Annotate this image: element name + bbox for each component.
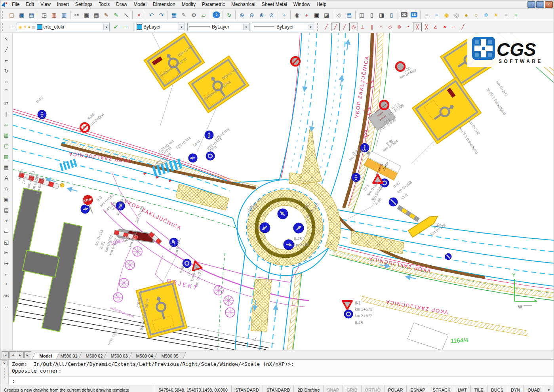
settings-button[interactable]: ⚙ — [189, 10, 199, 20]
dim-style-field[interactable]: STANDARD — [263, 385, 294, 392]
circle-tool-button[interactable]: ○ — [2, 77, 11, 86]
snap-perpendicular-button[interactable]: ⊥ — [358, 23, 367, 31]
sign-end-restriction[interactable] — [445, 253, 451, 260]
boundary-tool-button[interactable]: ▢ — [2, 141, 11, 150]
snap-tangent-button[interactable]: ○ — [377, 23, 385, 31]
layer-bulb-icon[interactable]: ◉ — [19, 25, 23, 29]
print-button[interactable]: ▥ — [49, 10, 59, 20]
layer-state-ok-button[interactable]: ✔ — [111, 22, 121, 32]
pointer-tool-button[interactable]: ↖ — [2, 34, 11, 44]
tab-last-button[interactable]: ►| — [24, 351, 31, 358]
chevron-down-icon[interactable]: ▼ — [179, 24, 184, 30]
sign-roundabout[interactable] — [344, 310, 353, 318]
snap-nearest-button[interactable]: ╱ — [322, 23, 331, 31]
menu-model[interactable]: Model — [130, 1, 150, 8]
toggle-polar[interactable]: POLAR — [385, 385, 407, 392]
snap-from-button[interactable]: ⌐ — [449, 23, 458, 31]
toggle-ducs[interactable]: DUCS — [487, 385, 507, 392]
command-input[interactable]: : — [9, 377, 554, 385]
arc-tool-button[interactable]: ⌒ — [2, 88, 11, 97]
tab-first-button[interactable]: |◄ — [2, 351, 9, 358]
sign-no-stopping[interactable] — [291, 57, 300, 66]
render-button[interactable]: ◪ — [322, 10, 331, 20]
fillet-tool-button[interactable]: ⌐ — [2, 269, 11, 279]
sign-pedestrian[interactable] — [205, 131, 213, 139]
layer-combo[interactable]: ◉☀●▤ crte_otoki ▼ — [17, 23, 110, 31]
snap-endpoint-button[interactable]: ╱ — [331, 23, 340, 31]
layer-freeze-button[interactable]: ❄ — [481, 10, 491, 20]
toggle-ortho[interactable]: ORTHO — [362, 385, 385, 392]
toggle-dyn[interactable]: DYN — [507, 385, 524, 392]
layer-sun-icon[interactable]: ☀ — [23, 25, 27, 29]
layer-isolate-button[interactable]: ≡ — [501, 10, 511, 20]
tree[interactable] — [225, 308, 235, 317]
view-save-button[interactable]: ▤ — [344, 10, 354, 20]
layer-off-button[interactable]: ◎ — [451, 10, 461, 20]
snap-extension-button[interactable]: ∠ — [431, 23, 440, 31]
snap-intersection-button[interactable]: ⊗ — [395, 23, 404, 31]
menu-dimension[interactable]: Dimension — [150, 1, 179, 8]
snap-tracking-button[interactable]: ╱ — [459, 23, 467, 31]
help-button[interactable]: ? — [211, 10, 221, 20]
layer-print-icon[interactable]: ▤ — [31, 25, 35, 29]
menu-window[interactable]: Window — [290, 1, 314, 8]
toggle-tile[interactable]: TILE — [471, 385, 487, 392]
sign-no-traffic[interactable] — [80, 123, 89, 132]
layers-manager-button[interactable]: ≡ — [422, 10, 432, 20]
minimize-button[interactable]: – — [527, 1, 535, 8]
color-combo[interactable]: ByLayer ▼ — [135, 23, 185, 31]
chevron-down-icon[interactable]: ▼ — [243, 24, 249, 30]
scale-tool-button[interactable]: ◱ — [2, 237, 11, 247]
layers-manager-button[interactable]: ≡ — [7, 22, 17, 32]
new-layout-button[interactable]: ▯ — [367, 10, 377, 20]
toolbar-grip[interactable] — [2, 11, 5, 19]
toggle-lwt[interactable]: LWT — [454, 385, 470, 392]
sign-pedestrian[interactable] — [38, 110, 46, 119]
layer-state-new-button[interactable]: ≡ — [121, 22, 131, 32]
copy-tool-button[interactable]: ▣ — [2, 194, 11, 204]
snap-parallel-button[interactable]: ∥ — [367, 23, 376, 31]
snap-apparent-int-button[interactable]: ╳ — [422, 23, 431, 31]
chevron-down-icon[interactable]: ▼ — [103, 24, 109, 30]
menu-mechanical[interactable]: Mechanical — [228, 1, 259, 8]
property-painter-button[interactable]: ✎ — [111, 10, 121, 20]
tree[interactable] — [125, 260, 135, 270]
panel-grip[interactable] — [4, 368, 5, 378]
sign-yield[interactable] — [343, 301, 352, 309]
viewports-button[interactable]: ◫ — [357, 10, 367, 20]
sign-pedestrian[interactable] — [352, 173, 360, 182]
menu-file[interactable]: File — [9, 1, 23, 8]
linetype-combo[interactable]: ByLayer ▼ — [187, 23, 249, 31]
text-style-field[interactable]: STANDARD — [232, 385, 263, 392]
menu-tools[interactable]: Tools — [95, 1, 113, 8]
snap-midpoint-button[interactable]: ╱ — [340, 23, 349, 31]
toggle-quad[interactable]: QUAD — [524, 385, 544, 392]
box-3d-button[interactable]: ◇ — [334, 10, 344, 20]
regen-button[interactable]: ↻ — [224, 10, 234, 20]
mode-3d-button[interactable]: 3D — [409, 10, 419, 20]
layer-unlock-button[interactable]: ○ — [471, 10, 481, 20]
mode-2d-button[interactable]: 2D — [399, 10, 409, 20]
snap-disable-button[interactable]: ╳ — [413, 23, 422, 31]
erase-button[interactable]: × — [134, 10, 144, 20]
close-icon[interactable]: ✕ — [2, 360, 8, 366]
sign-end-restriction[interactable] — [389, 198, 398, 206]
paste-button[interactable]: ▦ — [91, 10, 101, 20]
tree[interactable] — [214, 285, 223, 295]
quick-select-button[interactable]: ↖ — [121, 10, 131, 20]
snap-center-button[interactable]: ◎ — [349, 23, 358, 31]
menu-edit[interactable]: Edit — [23, 1, 37, 8]
trim-tool-button[interactable]: ✂ — [2, 248, 11, 257]
toolbar-grip[interactable] — [2, 23, 5, 31]
tab-prev-button[interactable]: ◄ — [9, 351, 16, 358]
layout-manager-button[interactable]: ◨ — [377, 10, 386, 20]
layer-lock-button[interactable]: ● — [461, 10, 471, 20]
layer-restore-button[interactable]: ≡ — [511, 10, 521, 20]
table-tool-button[interactable]: ▦ — [2, 162, 11, 172]
snap-node-button[interactable]: • — [404, 23, 413, 31]
explode-tool-button[interactable]: * — [2, 280, 11, 289]
close-button[interactable]: × — [545, 1, 553, 8]
sign-roundabout[interactable] — [206, 152, 215, 160]
tab-next-button[interactable]: ► — [17, 351, 24, 358]
cut-button[interactable]: ✂ — [72, 10, 82, 20]
